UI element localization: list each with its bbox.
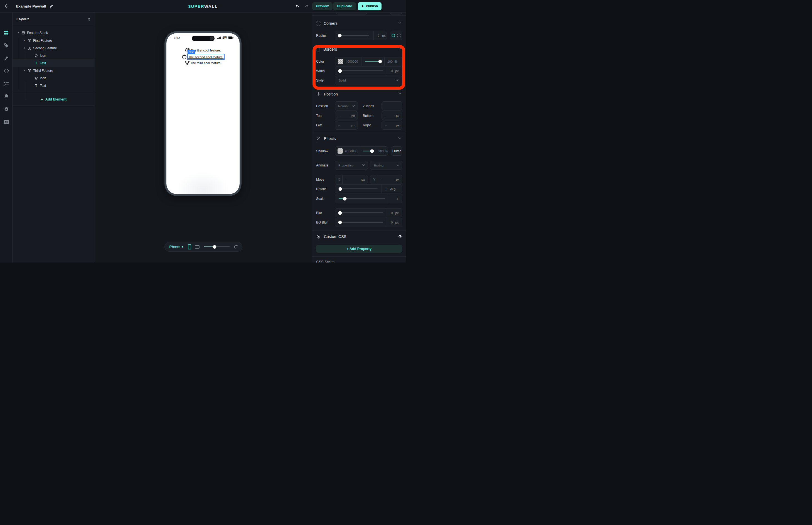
nav-notifications[interactable] <box>0 92 13 101</box>
custom-css-section-header[interactable]: Custom CSS <box>317 234 347 240</box>
nav-code[interactable] <box>0 66 13 75</box>
add-property-button[interactable]: + Add Property <box>316 245 402 253</box>
scrolled-control-partial <box>389 13 402 14</box>
scale-knob[interactable] <box>343 197 347 200</box>
rotate-value[interactable]: 0 <box>386 188 387 191</box>
top-input[interactable]: – px <box>335 111 358 120</box>
feature-row-2[interactable]: Text The second cool feature. <box>166 54 240 60</box>
rotate-slider[interactable] <box>339 189 378 189</box>
color-swatch[interactable] <box>338 59 343 64</box>
move-x-input[interactable]: X – px <box>335 175 368 184</box>
caret-down-icon[interactable]: ▼ <box>17 31 20 34</box>
phone-screen[interactable]: 1:32 SW <box>166 33 240 194</box>
radius-slider[interactable] <box>339 35 369 36</box>
border-color-hex[interactable]: #000000 <box>346 60 358 63</box>
position-section-header[interactable]: Position <box>317 91 338 97</box>
undo-button[interactable] <box>295 4 300 8</box>
nav-console[interactable] <box>0 118 13 126</box>
shadow-opacity-knob[interactable] <box>370 149 374 153</box>
position-mode-select[interactable]: Normal <box>335 101 358 110</box>
apple-icon <box>34 54 38 58</box>
caret-down-icon[interactable]: ▼ <box>23 69 26 72</box>
left-input[interactable]: – px <box>335 121 358 130</box>
animate-easing-select[interactable]: Easing <box>370 161 402 170</box>
borders-section-header[interactable]: Borders <box>317 46 337 52</box>
landscape-orientation-button[interactable] <box>195 245 200 249</box>
selected-text-element[interactable]: Text The second cool feature. <box>187 54 225 60</box>
custom-css-title: Custom CSS <box>324 235 347 239</box>
move-x-placeholder: – <box>345 178 347 181</box>
tree-item-label: Text <box>40 61 46 65</box>
chevron-down-icon[interactable]: ▼ <box>181 245 184 248</box>
bg-blur-knob[interactable] <box>338 221 342 224</box>
tree-item-third-feature[interactable]: ▼ Third Feature <box>13 67 95 74</box>
shadow-opacity-slider[interactable] <box>363 151 373 151</box>
shadow-outer-button[interactable]: Outer <box>391 147 402 155</box>
chevron-down-icon[interactable] <box>398 22 401 24</box>
shadow-opacity-value[interactable]: 100 <box>379 149 384 153</box>
sort-icon[interactable] <box>88 17 91 21</box>
tree-item-icon-apple[interactable]: Icon <box>13 52 95 59</box>
caret-right-icon[interactable]: ▶ <box>23 39 26 42</box>
bottom-input[interactable]: – px <box>382 111 402 120</box>
portrait-orientation-button[interactable] <box>188 244 191 250</box>
bg-blur-slider[interactable] <box>339 222 383 223</box>
blur-slider[interactable] <box>339 212 383 213</box>
border-width-knob[interactable] <box>338 69 342 73</box>
blur-value[interactable]: 0 <box>391 211 393 215</box>
move-y-input[interactable]: Y – px <box>370 175 402 184</box>
chevron-down-icon[interactable] <box>398 48 401 50</box>
nav-products[interactable] <box>0 41 13 49</box>
right-input[interactable]: – px <box>382 121 402 130</box>
scale-value[interactable]: 1 <box>397 197 398 200</box>
corners-section-header[interactable]: Corners <box>317 20 338 27</box>
chevron-down-icon[interactable] <box>398 92 401 95</box>
radius-value[interactable]: 0 <box>378 34 379 37</box>
scale-slider[interactable] <box>339 198 385 199</box>
border-width-slider[interactable] <box>339 71 383 71</box>
nav-layout[interactable] <box>0 28 13 37</box>
duplicate-button[interactable]: Duplicate <box>333 2 356 10</box>
border-style-select[interactable]: Solid <box>335 76 402 85</box>
editor-canvas[interactable]: 1:32 SW <box>95 13 312 262</box>
feature-row-3[interactable]: The third cool feature. <box>166 60 240 66</box>
nav-settings[interactable] <box>0 105 13 113</box>
tree-item-feature-stack[interactable]: ▼ Feature Stack <box>13 29 95 36</box>
refresh-button[interactable] <box>234 245 238 249</box>
zoom-slider-knob[interactable] <box>213 245 216 249</box>
back-button[interactable] <box>4 4 9 9</box>
add-element-button[interactable]: + Add Element <box>13 93 95 105</box>
nav-theme[interactable] <box>0 54 13 62</box>
tree-item-first-feature[interactable]: ▶ First Feature <box>13 37 95 44</box>
css-settings-gear-icon[interactable] <box>398 235 402 238</box>
redo-button[interactable] <box>304 4 309 8</box>
border-opacity-knob[interactable] <box>379 60 382 63</box>
per-corner-radius-icon[interactable] <box>397 34 401 37</box>
effects-section-header[interactable]: Effects <box>317 136 336 142</box>
blur-knob[interactable] <box>338 211 342 215</box>
tree-item-text-selected[interactable]: T Text <box>13 59 95 67</box>
caret-down-icon[interactable]: ▼ <box>23 47 26 49</box>
radius-slider-knob[interactable] <box>338 34 342 37</box>
border-opacity-value[interactable]: 100 <box>387 60 393 63</box>
feature-row-1[interactable]: The first cool feature. <box>166 48 240 53</box>
uniform-radius-icon[interactable] <box>392 34 395 37</box>
rotate-knob[interactable] <box>338 187 342 191</box>
border-opacity-slider[interactable] <box>365 61 381 62</box>
rename-button[interactable] <box>49 4 53 8</box>
border-width-value[interactable]: 0 <box>391 69 393 73</box>
shadow-color-swatch[interactable] <box>338 148 343 154</box>
z-index-input[interactable] <box>382 101 402 110</box>
device-select[interactable]: iPhone <box>169 245 180 249</box>
chevron-down-icon[interactable] <box>398 137 401 139</box>
tree-item-icon-trophy[interactable]: Icon <box>13 74 95 82</box>
tree-item-second-feature[interactable]: ▼ Second Feature <box>13 44 95 52</box>
publish-button[interactable]: Publish <box>358 2 382 10</box>
bg-blur-value[interactable]: 0 <box>391 221 393 224</box>
shadow-hex[interactable]: #000000 <box>345 149 357 153</box>
nav-rules[interactable] <box>0 79 13 88</box>
tree-item-text[interactable]: T Text <box>13 82 95 89</box>
animate-properties-select[interactable]: Properties <box>335 161 368 170</box>
preview-button[interactable]: Preview <box>312 2 333 10</box>
zoom-slider[interactable] <box>204 246 230 247</box>
